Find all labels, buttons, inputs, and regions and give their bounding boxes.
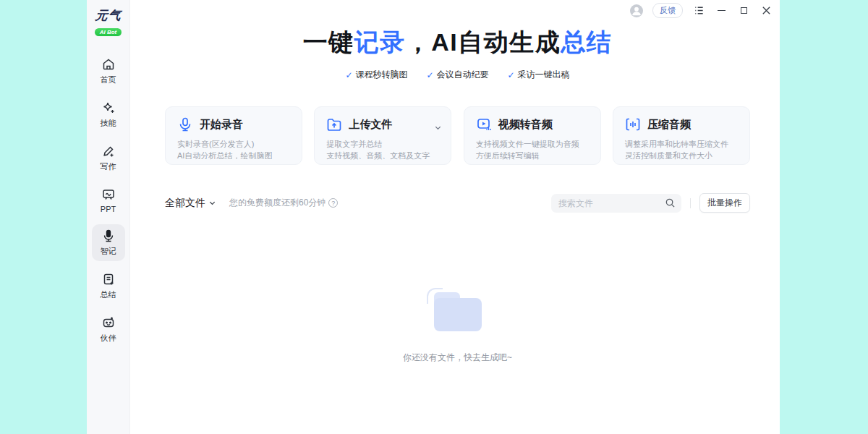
action-cards: 开始录音 实时录音(区分发言人) AI自动分析总结，绘制脑图 上传文件 (165, 106, 750, 165)
card-description: 提取文字并总结 支持视频、音频、文档及文字 (326, 138, 441, 161)
filter-label: 全部文件 (165, 197, 205, 210)
card-desc-line: 调整采用率和比特率压缩文件 (625, 138, 739, 150)
sidebar-item-summary[interactable]: 总结 (92, 268, 125, 305)
titlebar: 反馈 (630, 3, 773, 18)
card-upload-file[interactable]: 上传文件 提取文字并总结 支持视频、音频、文档及文字 (314, 106, 451, 165)
feedback-button[interactable]: 反馈 (652, 3, 683, 18)
check-icon: ✓ (426, 70, 433, 80)
card-description: 调整采用率和比特率压缩文件 灵活控制质量和文件大小 (625, 138, 739, 161)
sidebar-item-skills[interactable]: 技能 (92, 96, 125, 133)
sidebar: 元气 AI Bot 首页 技能 (87, 0, 130, 434)
feature-item: ✓会议自动纪要 (426, 69, 488, 81)
card-description: 实时录音(区分发言人) AI自动分析总结，绘制脑图 (177, 138, 292, 161)
user-avatar[interactable] (630, 4, 643, 17)
audio-compress-icon (625, 116, 641, 132)
maximize-button[interactable] (737, 4, 750, 17)
sidebar-item-ppt[interactable]: PPT (92, 183, 125, 218)
microphone-icon (101, 228, 116, 244)
sidebar-item-label: 首页 (101, 75, 116, 85)
minimize-button[interactable] (715, 4, 728, 17)
card-desc-line: 方便后续转写编辑 (476, 150, 590, 161)
search-box (551, 194, 681, 213)
card-header: 压缩音频 (625, 116, 739, 132)
toolbar-right: 批量操作 (551, 193, 750, 213)
sidebar-item-home[interactable]: 首页 (92, 53, 125, 90)
app-logo: 元气 AI Bot (95, 7, 122, 37)
card-title: 上传文件 (349, 118, 392, 132)
feature-label: 课程秒转脑图 (355, 69, 407, 81)
card-compress-audio[interactable]: 压缩音频 调整采用率和比特率压缩文件 灵活控制质量和文件大小 (613, 106, 750, 165)
card-video-to-audio[interactable]: 视频转音频 支持视频文件一键提取为音频 方便后续转写编辑 (464, 106, 601, 165)
task-list-icon[interactable] (692, 4, 705, 17)
feature-label: 会议自动纪要 (437, 69, 489, 81)
empty-folder-icon (431, 292, 485, 333)
card-header: 上传文件 (326, 116, 441, 132)
logo-badge: AI Bot (95, 28, 122, 36)
card-title: 视频转音频 (498, 118, 553, 132)
sidebar-item-writing[interactable]: 写作 (92, 140, 125, 176)
video-play-icon (476, 116, 492, 132)
page-title: 一键记录，AI自动生成总结 (165, 26, 750, 59)
feature-item: ✓采访一键出稿 (508, 69, 570, 81)
sidebar-item-label: 总结 (101, 289, 116, 300)
close-button[interactable] (760, 4, 773, 17)
pencil-icon (101, 143, 116, 159)
chevron-down-icon (208, 199, 216, 207)
empty-message: 你还没有文件，快去生成吧~ (403, 352, 512, 364)
title-part-highlight: 记录 (354, 28, 406, 56)
batch-operations-button[interactable]: 批量操作 (699, 193, 750, 213)
feature-list: ✓课程秒转脑图 ✓会议自动纪要 ✓采访一键出稿 (165, 69, 750, 81)
sparkle-icon (101, 100, 116, 116)
sidebar-item-label: 智记 (101, 246, 116, 257)
sidebar-nav: 首页 技能 写作 PP (92, 53, 125, 348)
card-desc-line: 灵活控制质量和文件大小 (625, 150, 739, 161)
presentation-icon (101, 187, 116, 203)
title-part: ，AI自动生成 (406, 28, 561, 56)
card-title: 开始录音 (200, 118, 243, 132)
card-desc-line: 支持视频文件一键提取为音频 (476, 138, 590, 150)
upload-folder-icon (326, 116, 342, 132)
folder-front (434, 298, 482, 331)
card-header: 开始录音 (177, 116, 292, 132)
file-toolbar: 全部文件 您的免费额度还剩60分钟 ? 批量操作 (165, 193, 750, 213)
card-desc-line: 实时录音(区分发言人) (177, 138, 292, 150)
card-description: 支持视频文件一键提取为音频 方便后续转写编辑 (476, 138, 590, 161)
robot-icon (101, 315, 116, 331)
check-icon: ✓ (345, 70, 352, 80)
feature-label: 采访一键出稿 (518, 69, 570, 81)
search-icon[interactable] (665, 197, 676, 211)
card-title: 压缩音频 (647, 118, 691, 132)
sidebar-item-label: 伙伴 (101, 333, 116, 344)
card-header: 视频转音频 (476, 116, 590, 132)
desktop-background: 元气 AI Bot 首页 技能 (0, 0, 868, 434)
quota-label: 您的免费额度还剩60分钟 (229, 197, 326, 209)
empty-state: 你还没有文件，快去生成吧~ (165, 292, 750, 364)
check-icon: ✓ (508, 70, 515, 80)
chevron-down-icon[interactable] (434, 122, 442, 135)
quota-text: 您的免费额度还剩60分钟 ? (229, 197, 338, 209)
sidebar-item-label: 写作 (101, 161, 116, 172)
help-icon[interactable]: ? (328, 198, 338, 208)
logo-wordmark: 元气 (94, 7, 123, 24)
divider (690, 198, 691, 208)
sidebar-item-label: 技能 (101, 118, 116, 129)
title-part: 一键 (303, 28, 354, 56)
home-icon (101, 56, 116, 72)
search-input[interactable] (551, 194, 681, 213)
file-filter-dropdown[interactable]: 全部文件 (165, 197, 216, 210)
title-part-highlight: 总结 (561, 28, 612, 56)
app-window: 元气 AI Bot 首页 技能 (87, 0, 780, 434)
card-desc-line: AI自动分析总结，绘制脑图 (177, 150, 292, 161)
sidebar-item-buddy[interactable]: 伙伴 (92, 311, 125, 348)
sidebar-item-notes[interactable]: 智记 (92, 224, 125, 261)
feature-item: ✓课程秒转脑图 (345, 69, 407, 81)
card-desc-line: 支持视频、音频、文档及文字 (326, 150, 441, 161)
card-start-recording[interactable]: 开始录音 实时录音(区分发言人) AI自动分析总结，绘制脑图 (165, 106, 302, 165)
microphone-icon (177, 116, 193, 132)
card-desc-line: 提取文字并总结 (326, 138, 441, 150)
sidebar-item-label: PPT (101, 205, 116, 213)
main-content: 反馈 一键记录，AI自动生成总结 ✓课程秒转脑图 ✓会议自动纪要 ✓采访一键出稿 (130, 0, 780, 434)
clipboard-icon (101, 271, 116, 287)
